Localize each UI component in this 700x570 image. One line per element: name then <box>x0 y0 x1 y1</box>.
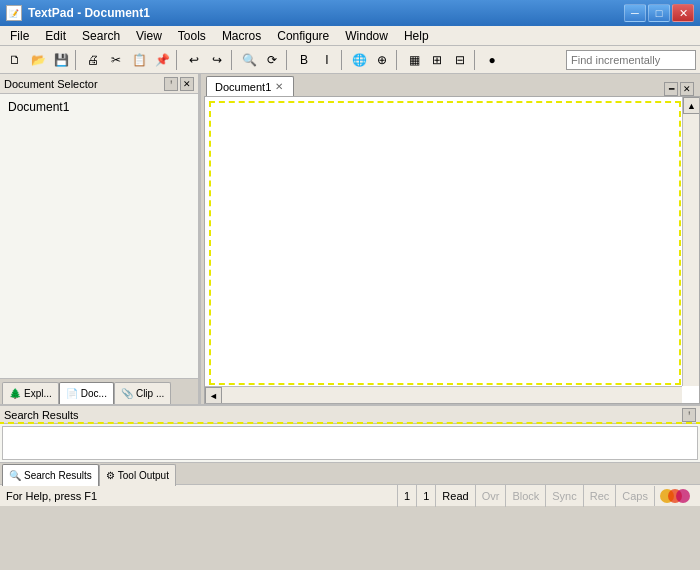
search-tab-icon: 🔍 <box>9 470 21 481</box>
toolbar-btn-replace[interactable]: ⟳ <box>261 49 283 71</box>
search-results-tab-output[interactable]: ⚙Tool Output <box>99 464 176 486</box>
doc-selector-header: Document Selector ꜝ ✕ <box>0 74 198 94</box>
menu-tools[interactable]: Tools <box>170 27 214 45</box>
status-line: 1 <box>397 485 416 507</box>
editor-close-button[interactable]: ✕ <box>680 82 694 96</box>
dock-button[interactable]: ꜝ <box>164 77 178 91</box>
editor-area: Document1✕━✕ ▲ ◄ <box>204 74 700 404</box>
title-text: TextPad - Document1 <box>28 6 150 20</box>
toolbar-separator <box>231 50 235 70</box>
document-icon: 📄 <box>66 388 78 399</box>
search-results-pane: Search Results ꜝ 🔍Search Results⚙Tool Ou… <box>0 404 700 484</box>
doc-selector-header-controls: ꜝ ✕ <box>164 77 194 91</box>
toolbar-separator <box>396 50 400 70</box>
doc-selector-title: Document Selector <box>4 78 98 90</box>
editor-right-controls: ━✕ <box>664 82 698 96</box>
close-pane-button[interactable]: ✕ <box>180 77 194 91</box>
toolbar-btn-print[interactable]: 🖨 <box>82 49 104 71</box>
menu-view[interactable]: View <box>128 27 170 45</box>
menu-configure[interactable]: Configure <box>269 27 337 45</box>
title-controls: ─ □ ✕ <box>624 4 694 22</box>
search-results-tab-search[interactable]: 🔍Search Results <box>2 464 99 486</box>
menu-search[interactable]: Search <box>74 27 128 45</box>
editor-tab[interactable]: Document1✕ <box>206 76 294 96</box>
clipboard-icon: 📎 <box>121 388 133 399</box>
svg-point-2 <box>676 489 690 503</box>
pane-tab-label: Clip ... <box>136 388 164 399</box>
document-selector-pane: Document Selector ꜝ ✕ Document1 🌲Expl...… <box>0 74 200 404</box>
toolbar: 🗋📂💾🖨✂📋📌↩↪🔍⟳BI🌐⊕▦⊞⊟● <box>0 46 700 74</box>
menu-window[interactable]: Window <box>337 27 396 45</box>
pane-tab-explorer[interactable]: 🌲Expl... <box>2 382 59 404</box>
watermark-logo <box>654 486 694 506</box>
toolbar-separator <box>474 50 478 70</box>
toolbar-btn-new[interactable]: 🗋 <box>4 49 26 71</box>
search-results-tab-label: Tool Output <box>118 470 169 481</box>
toolbar-btn-italic[interactable]: I <box>316 49 338 71</box>
toolbar-separator <box>75 50 79 70</box>
toolbar-btn-redo[interactable]: ↪ <box>206 49 228 71</box>
status-help-text: For Help, press F1 <box>6 490 397 502</box>
search-box-toolbar <box>566 50 696 70</box>
toolbar-btn-find[interactable]: 🔍 <box>238 49 260 71</box>
toolbar-separator <box>341 50 345 70</box>
toolbar-btn-block3[interactable]: ⊟ <box>449 49 471 71</box>
menu-edit[interactable]: Edit <box>37 27 74 45</box>
status-rec: Rec <box>583 485 616 507</box>
document-item[interactable]: Document1 <box>4 98 194 116</box>
status-mode: Read <box>435 485 474 507</box>
pane-tab-label: Expl... <box>24 388 52 399</box>
status-sync: Sync <box>545 485 582 507</box>
title-bar: 📝 TextPad - Document1 ─ □ ✕ <box>0 0 700 26</box>
editor-tab-close[interactable]: ✕ <box>275 81 283 92</box>
toolbar-btn-globe[interactable]: 🌐 <box>348 49 370 71</box>
status-caps: Caps <box>615 485 654 507</box>
horizontal-scrollbar[interactable]: ◄ <box>205 386 682 403</box>
editor-pin-button[interactable]: ━ <box>664 82 678 96</box>
toolbar-separator <box>176 50 180 70</box>
menu-bar: FileEditSearchViewToolsMacrosConfigureWi… <box>0 26 700 46</box>
search-results-title: Search Results <box>4 409 79 421</box>
title-bar-left: 📝 TextPad - Document1 <box>6 5 150 21</box>
toolbar-btn-save[interactable]: 💾 <box>50 49 72 71</box>
toolbar-btn-dot[interactable]: ● <box>481 49 503 71</box>
status-col: 1 <box>416 485 435 507</box>
minimize-button[interactable]: ─ <box>624 4 646 22</box>
search-results-dock-button[interactable]: ꜝ <box>682 408 696 422</box>
status-ovr: Ovr <box>475 485 506 507</box>
toolbar-btn-tag[interactable]: ⊕ <box>371 49 393 71</box>
editor-tab-label: Document1 <box>215 81 271 93</box>
pane-tab-label: Doc... <box>81 388 107 399</box>
status-block: Block <box>505 485 545 507</box>
app-icon: 📝 <box>6 5 22 21</box>
toolbar-btn-block1[interactable]: ▦ <box>403 49 425 71</box>
scroll-up-arrow[interactable]: ▲ <box>683 97 700 114</box>
editor-tabs: Document1✕━✕ <box>204 74 700 96</box>
toolbar-btn-paste[interactable]: 📌 <box>151 49 173 71</box>
toolbar-btn-undo[interactable]: ↩ <box>183 49 205 71</box>
pane-tab-document[interactable]: 📄Doc... <box>59 382 114 404</box>
menu-help[interactable]: Help <box>396 27 437 45</box>
close-button[interactable]: ✕ <box>672 4 694 22</box>
toolbar-btn-cut[interactable]: ✂ <box>105 49 127 71</box>
toolbar-btn-copy[interactable]: 📋 <box>128 49 150 71</box>
vertical-scrollbar[interactable]: ▲ <box>682 97 699 386</box>
toolbar-btn-block2[interactable]: ⊞ <box>426 49 448 71</box>
editor-textarea[interactable] <box>205 97 699 403</box>
output-tab-icon: ⚙ <box>106 470 115 481</box>
doc-selector-content: Document1 <box>0 94 198 378</box>
doc-selector-tabs: 🌲Expl...📄Doc...📎Clip ... <box>0 378 198 404</box>
menu-macros[interactable]: Macros <box>214 27 269 45</box>
status-indicators: 1 1 Read Ovr Block Sync Rec Caps <box>397 485 694 507</box>
pane-tab-clipboard[interactable]: 📎Clip ... <box>114 382 171 404</box>
status-bar: For Help, press F1 1 1 Read Ovr Block Sy… <box>0 484 700 506</box>
main-area: Document Selector ꜝ ✕ Document1 🌲Expl...… <box>0 74 700 404</box>
toolbar-btn-bold[interactable]: B <box>293 49 315 71</box>
menu-file[interactable]: File <box>2 27 37 45</box>
scroll-left-arrow[interactable]: ◄ <box>205 387 222 404</box>
maximize-button[interactable]: □ <box>648 4 670 22</box>
toolbar-btn-open[interactable]: 📂 <box>27 49 49 71</box>
search-results-tabs: 🔍Search Results⚙Tool Output <box>0 462 700 484</box>
incremental-search-input[interactable] <box>566 50 696 70</box>
search-results-tab-label: Search Results <box>24 470 92 481</box>
